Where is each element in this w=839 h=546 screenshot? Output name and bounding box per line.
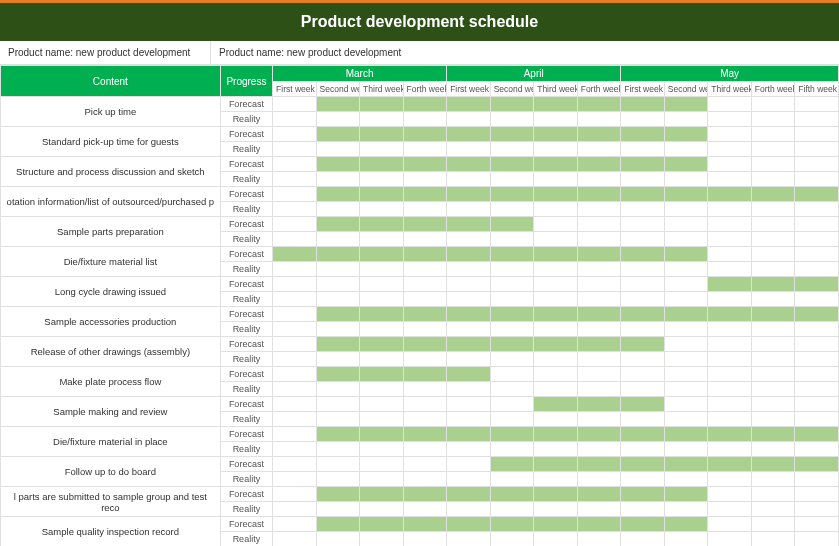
gantt-cell <box>403 472 447 487</box>
gantt-cell <box>403 307 447 322</box>
gantt-cell <box>273 457 317 472</box>
gantt-cell <box>316 112 360 127</box>
progress-reality-cell: Reality <box>220 442 272 457</box>
gantt-cell <box>795 502 839 517</box>
gantt-cell <box>360 382 404 397</box>
gantt-cell <box>360 187 404 202</box>
gantt-cell <box>708 172 752 187</box>
progress-reality-cell: Reality <box>220 502 272 517</box>
gantt-cell <box>316 202 360 217</box>
progress-forecast-cell: Forecast <box>220 247 272 262</box>
gantt-cell <box>273 187 317 202</box>
gantt-cell <box>273 412 317 427</box>
task-name-cell: Sample accessories production <box>1 307 221 337</box>
gantt-cell <box>708 397 752 412</box>
gantt-cell <box>490 262 534 277</box>
gantt-cell <box>664 367 708 382</box>
gantt-cell <box>708 367 752 382</box>
gantt-cell <box>664 247 708 262</box>
gantt-cell <box>316 187 360 202</box>
gantt-cell <box>795 157 839 172</box>
gantt-cell <box>751 292 795 307</box>
progress-reality-cell: Reality <box>220 532 272 547</box>
gantt-cell <box>403 352 447 367</box>
gantt-cell <box>360 232 404 247</box>
gantt-cell <box>708 412 752 427</box>
gantt-cell <box>403 487 447 502</box>
gantt-cell <box>621 397 665 412</box>
gantt-cell <box>403 187 447 202</box>
gantt-cell <box>490 382 534 397</box>
gantt-cell <box>751 502 795 517</box>
gantt-cell <box>751 427 795 442</box>
gantt-cell <box>360 247 404 262</box>
progress-reality-cell: Reality <box>220 412 272 427</box>
gantt-cell <box>360 277 404 292</box>
gantt-cell <box>577 457 621 472</box>
task-forecast-row: Pick up timeForecast <box>1 97 839 112</box>
gantt-cell <box>316 427 360 442</box>
gantt-cell <box>577 427 621 442</box>
progress-forecast-cell: Forecast <box>220 277 272 292</box>
gantt-cell <box>447 127 491 142</box>
gantt-cell <box>534 112 578 127</box>
gantt-cell <box>360 142 404 157</box>
gantt-cell <box>316 157 360 172</box>
gantt-cell <box>316 367 360 382</box>
gantt-cell <box>447 157 491 172</box>
task-forecast-row: Long cycle drawing issuedForecast <box>1 277 839 292</box>
gantt-cell <box>534 187 578 202</box>
gantt-cell <box>534 172 578 187</box>
gantt-cell <box>273 382 317 397</box>
gantt-cell <box>664 292 708 307</box>
gantt-cell <box>447 472 491 487</box>
gantt-cell <box>621 412 665 427</box>
gantt-cell <box>273 292 317 307</box>
gantt-cell <box>534 442 578 457</box>
gantt-cell <box>795 412 839 427</box>
gantt-cell <box>621 517 665 532</box>
progress-reality-cell: Reality <box>220 262 272 277</box>
gantt-cell <box>664 172 708 187</box>
week-header: First week <box>273 82 317 97</box>
gantt-cell <box>360 412 404 427</box>
gantt-cell <box>664 337 708 352</box>
gantt-cell <box>751 472 795 487</box>
gantt-cell <box>360 442 404 457</box>
gantt-cell <box>534 502 578 517</box>
gantt-cell <box>577 472 621 487</box>
gantt-cell <box>795 187 839 202</box>
gantt-cell <box>621 142 665 157</box>
gantt-cell <box>534 232 578 247</box>
gantt-cell <box>447 382 491 397</box>
gantt-cell <box>751 157 795 172</box>
task-name-cell: Die/fixture material list <box>1 247 221 277</box>
gantt-cell <box>447 247 491 262</box>
gantt-cell <box>403 292 447 307</box>
gantt-cell <box>795 307 839 322</box>
progress-forecast-cell: Forecast <box>220 367 272 382</box>
gantt-cell <box>534 217 578 232</box>
gantt-cell <box>273 322 317 337</box>
gantt-cell <box>273 307 317 322</box>
gantt-cell <box>360 217 404 232</box>
gantt-cell <box>490 532 534 547</box>
progress-forecast-cell: Forecast <box>220 307 272 322</box>
task-name-cell: Follow up to do board <box>1 457 221 487</box>
gantt-cell <box>795 337 839 352</box>
gantt-cell <box>795 457 839 472</box>
gantt-cell <box>273 232 317 247</box>
task-forecast-row: Sample quality inspection recordForecast <box>1 517 839 532</box>
gantt-cell <box>795 532 839 547</box>
gantt-cell <box>708 322 752 337</box>
gantt-cell <box>708 232 752 247</box>
gantt-cell <box>273 397 317 412</box>
gantt-cell <box>751 307 795 322</box>
gantt-cell <box>708 532 752 547</box>
month-header-may: May <box>621 66 839 82</box>
gantt-cell <box>577 127 621 142</box>
gantt-cell <box>708 517 752 532</box>
gantt-cell <box>708 187 752 202</box>
gantt-cell <box>664 157 708 172</box>
gantt-cell <box>447 112 491 127</box>
